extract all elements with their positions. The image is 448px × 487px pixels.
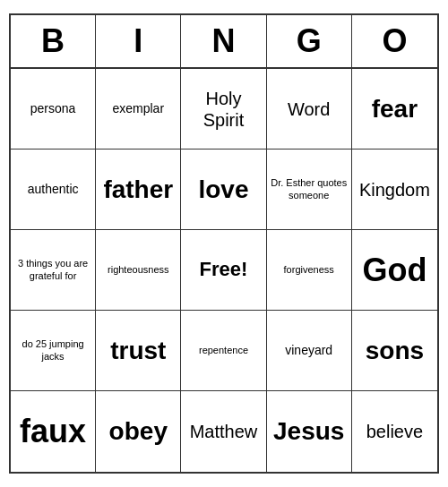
cell-text: obey [109,416,168,447]
cell-text: trust [110,336,166,366]
bingo-cell[interactable]: Dr. Esther quotes someone [267,150,352,230]
bingo-grid: personaexemplarHoly SpiritWordfearauthen… [11,69,437,472]
bingo-cell[interactable]: sons [352,311,437,391]
cell-text: vineyard [285,343,332,358]
cell-text: God [362,251,426,289]
bingo-cell[interactable]: Free! [181,230,266,311]
bingo-cell[interactable]: love [181,150,266,230]
bingo-cell[interactable]: 3 things you are grateful for [11,230,96,311]
bingo-cell[interactable]: exemplar [96,69,181,150]
header-letter: B [11,15,96,67]
cell-text: Word [288,98,330,120]
cell-text: authentic [28,182,79,197]
cell-text: believe [366,421,423,442]
bingo-cell[interactable]: trust [96,311,181,391]
bingo-cell[interactable]: forgiveness [267,230,352,311]
bingo-cell[interactable]: persona [11,69,96,150]
cell-text: repentence [199,345,248,356]
header-letter: O [352,15,437,67]
cell-text: father [103,175,173,205]
cell-text: Dr. Esther quotes someone [271,177,348,201]
bingo-cell[interactable]: authentic [11,150,96,230]
cell-text: fear [372,94,418,124]
bingo-cell[interactable]: Kingdom [352,150,437,230]
bingo-card: BINGO personaexemplarHoly SpiritWordfear… [9,13,439,474]
cell-text: Kingdom [359,179,430,201]
cell-text: faux [20,412,86,450]
cell-text: love [198,175,248,205]
bingo-cell[interactable]: Word [267,69,352,150]
bingo-cell[interactable]: Matthew [181,391,266,472]
cell-text: persona [30,101,76,116]
bingo-cell[interactable]: do 25 jumping jacks [11,311,96,391]
cell-text: Matthew [190,421,258,442]
cell-text: Holy Spirit [185,88,262,131]
bingo-cell[interactable]: faux [11,391,96,472]
header-letter: N [181,15,266,67]
cell-text: sons [366,336,424,366]
bingo-header: BINGO [11,15,437,69]
bingo-cell[interactable]: repentence [181,311,266,391]
cell-text: exemplar [112,101,164,116]
bingo-cell[interactable]: God [352,230,437,311]
bingo-cell[interactable]: Jesus [267,391,352,472]
bingo-cell[interactable]: obey [96,391,181,472]
cell-text: forgiveness [284,264,334,276]
bingo-cell[interactable]: fear [352,69,437,150]
header-letter: I [96,15,181,67]
cell-text: Free! [200,258,248,281]
bingo-cell[interactable]: father [96,150,181,230]
cell-text: do 25 jumping jacks [14,338,91,362]
bingo-cell[interactable]: righteousness [96,230,181,311]
bingo-cell[interactable]: believe [352,391,437,472]
header-letter: G [267,15,352,67]
bingo-cell[interactable]: Holy Spirit [181,69,266,150]
cell-text: Jesus [273,416,344,447]
cell-text: righteousness [108,264,169,276]
bingo-cell[interactable]: vineyard [267,311,352,391]
cell-text: 3 things you are grateful for [14,258,91,281]
